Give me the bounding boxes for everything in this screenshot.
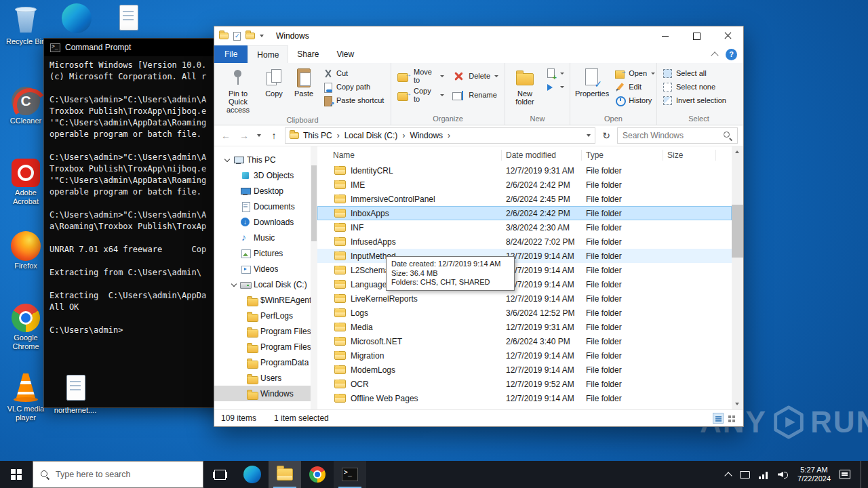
column-header-date-modified[interactable]: Date modified xyxy=(502,150,582,161)
desktop-icon-recycle-bin[interactable]: Recycle Bin xyxy=(3,4,48,46)
sidebar-item[interactable]: Desktop xyxy=(214,183,311,199)
details-view-button[interactable] xyxy=(713,413,724,424)
qat-new-folder-icon[interactable] xyxy=(245,33,255,39)
breadcrumb-item[interactable]: Local Disk (C:) xyxy=(344,131,410,140)
sidebar-item[interactable]: ProgramData xyxy=(214,354,311,370)
sidebar-item[interactable]: Program Files xyxy=(214,339,311,354)
desktop-icon-northernet[interactable]: northernet.... xyxy=(53,373,98,415)
sidebar-item[interactable]: Program Files xyxy=(214,323,311,339)
expand-arrow-icon[interactable] xyxy=(231,188,237,195)
select-all-button[interactable]: Select all xyxy=(659,66,730,80)
file-row[interactable]: Offline Web Pages 12/7/2019 9:14 AM File… xyxy=(317,391,732,405)
file-row[interactable]: InfusedApps 8/24/2022 7:02 PM File folde… xyxy=(317,235,732,249)
file-row[interactable]: Media 12/7/2019 9:31 AM File folder xyxy=(317,320,732,334)
file-row[interactable]: LiveKernelReports 12/7/2019 9:14 AM File… xyxy=(317,291,732,306)
copy-to-button[interactable]: Copy to xyxy=(393,85,448,104)
sidebar-item[interactable]: Pictures xyxy=(214,245,311,261)
breadcrumb-item[interactable]: Windows xyxy=(410,131,455,140)
expand-arrow-icon[interactable] xyxy=(231,250,237,257)
expand-arrow-icon[interactable] xyxy=(237,328,244,335)
expand-arrow-icon[interactable] xyxy=(237,359,244,366)
sidebar-item[interactable]: $WinREAgent xyxy=(214,292,311,308)
taskbar-search[interactable]: Type here to search xyxy=(33,461,203,488)
desktop-icon-ccleaner[interactable]: CCleaner xyxy=(3,85,48,125)
taskbar-file-explorer-button[interactable] xyxy=(269,461,301,488)
file-row[interactable]: ModemLogs 12/7/2019 9:14 AM File folder xyxy=(317,363,732,377)
expand-arrow-icon[interactable] xyxy=(231,281,237,288)
desktop-icon-edge[interactable] xyxy=(54,3,99,34)
tab-home[interactable]: Home xyxy=(248,45,288,63)
network-icon[interactable] xyxy=(759,470,769,479)
maximize-button[interactable] xyxy=(681,26,712,45)
new-folder-button[interactable]: New folder xyxy=(507,65,542,108)
sidebar-item[interactable]: Downloads xyxy=(214,214,311,230)
expand-arrow-icon[interactable] xyxy=(231,266,237,272)
qat-properties-icon[interactable] xyxy=(233,32,241,41)
hidden-icons-chevron-icon[interactable] xyxy=(724,472,732,479)
breadcrumb-item[interactable]: This PC xyxy=(303,131,344,140)
file-row[interactable]: Logs 3/6/2024 12:52 PM File folder xyxy=(317,306,732,320)
invert-selection-button[interactable]: Invert selection xyxy=(659,94,730,107)
expand-arrow-icon[interactable] xyxy=(237,390,244,397)
minimize-button[interactable] xyxy=(650,26,681,45)
large-icons-view-button[interactable] xyxy=(726,413,736,424)
sidebar-item[interactable]: 3D Objects xyxy=(214,167,311,183)
pin-to-quick-access-button[interactable]: Pin to Quick access xyxy=(216,65,260,116)
sidebar-item[interactable]: Videos xyxy=(214,261,311,277)
expand-arrow-icon[interactable] xyxy=(237,375,244,382)
copy-path-button[interactable]: Copy path xyxy=(319,80,387,94)
select-none-button[interactable]: Select none xyxy=(659,80,730,94)
file-row[interactable]: LanguageOverlayCache 12/7/2019 9:14 AM F… xyxy=(317,277,732,291)
expand-arrow-icon[interactable] xyxy=(237,344,244,350)
expand-arrow-icon[interactable] xyxy=(224,157,231,163)
desktop-icon-google-chrome[interactable]: Google Chrome xyxy=(3,302,48,351)
expand-arrow-icon[interactable] xyxy=(231,219,237,226)
cut-button[interactable]: Cut xyxy=(319,66,387,80)
taskbar-chrome-button[interactable] xyxy=(301,461,334,488)
expand-arrow-icon[interactable] xyxy=(231,235,237,241)
taskbar-clock[interactable]: 5:27 AM 7/22/2024 xyxy=(797,466,831,483)
file-row[interactable]: OCR 12/7/2019 9:52 AM File folder xyxy=(317,377,732,391)
task-view-button[interactable] xyxy=(203,461,236,488)
tab-file[interactable]: File xyxy=(214,45,248,63)
column-header-name[interactable]: Name xyxy=(317,150,502,161)
action-center-icon[interactable] xyxy=(840,470,850,479)
refresh-icon[interactable] xyxy=(599,128,614,143)
address-dropdown-icon[interactable] xyxy=(587,134,591,137)
edit-button[interactable]: Edit xyxy=(612,80,658,94)
new-item-button[interactable] xyxy=(542,66,568,80)
keyboard-icon[interactable] xyxy=(740,471,750,479)
file-list-scrollbar-thumb[interactable] xyxy=(732,205,743,258)
sidebar-scrollbar-thumb[interactable] xyxy=(311,165,317,241)
desktop-icon-vlc[interactable]: VLC media player xyxy=(3,371,48,422)
expand-arrow-icon[interactable] xyxy=(231,203,237,210)
up-icon[interactable] xyxy=(267,128,281,143)
file-row[interactable]: INF 3/8/2024 2:30 AM File folder xyxy=(317,220,732,235)
file-row[interactable]: InboxApps 2/6/2024 2:42 PM File folder xyxy=(317,206,732,220)
easy-access-button[interactable] xyxy=(542,80,568,94)
open-button[interactable]: Open xyxy=(612,66,658,80)
file-row[interactable]: IdentityCRL 12/7/2019 9:31 AM File folde… xyxy=(317,163,732,178)
desktop-icon-document[interactable] xyxy=(106,3,151,36)
qat-customize-icon[interactable] xyxy=(260,35,264,37)
file-row[interactable]: L2Schemas 12/7/2019 9:14 AM File folder xyxy=(317,263,732,277)
address-bar[interactable]: This PCLocal Disk (C:)Windows xyxy=(285,127,595,144)
sidebar-item[interactable]: PerfLogs xyxy=(214,308,311,323)
rename-button[interactable]: Rename xyxy=(448,85,502,104)
sidebar-item[interactable]: Documents xyxy=(214,199,311,214)
column-header-type[interactable]: Type xyxy=(582,150,663,161)
properties-button[interactable]: Properties xyxy=(572,65,612,100)
show-desktop-button[interactable] xyxy=(861,461,864,488)
history-button[interactable]: History xyxy=(612,94,658,107)
copy-button[interactable]: Copy xyxy=(260,65,288,100)
sidebar-item[interactable]: Music xyxy=(214,230,311,245)
tab-view[interactable]: View xyxy=(328,45,363,63)
sidebar-scrollbar[interactable] xyxy=(311,146,317,409)
expand-arrow-icon[interactable] xyxy=(237,297,244,304)
file-row[interactable]: Microsoft.NET 2/6/2024 3:40 PM File fold… xyxy=(317,334,732,348)
sidebar-item[interactable]: Users xyxy=(214,370,311,386)
taskbar-cmd-button[interactable] xyxy=(334,461,366,488)
file-row[interactable]: ImmersiveControlPanel 2/6/2024 2:45 PM F… xyxy=(317,192,732,206)
sidebar-item[interactable]: Windows xyxy=(214,386,311,401)
sidebar-item[interactable]: This PC xyxy=(214,152,311,167)
